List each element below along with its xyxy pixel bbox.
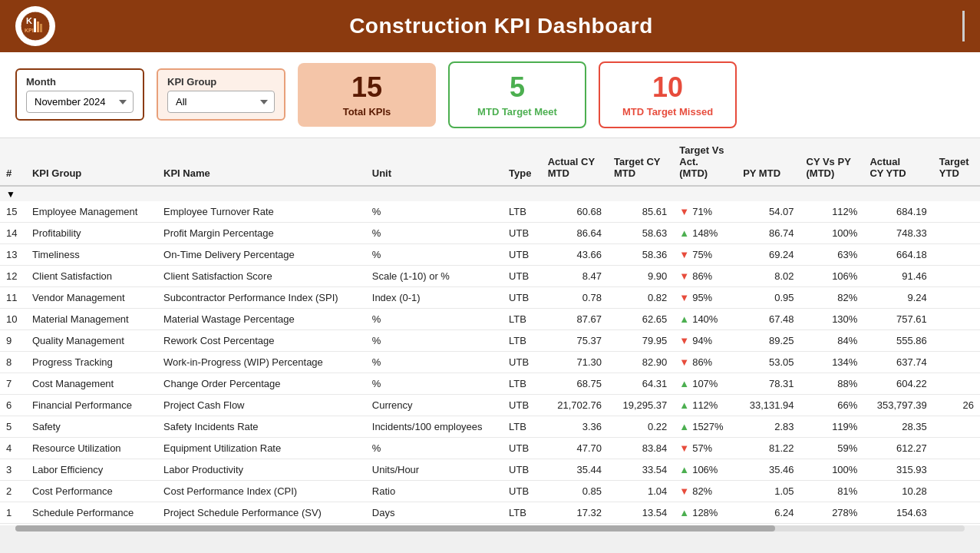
mtd-missed-value: 10 xyxy=(619,72,717,103)
cell-cy-vs-py: 88% xyxy=(800,373,864,394)
cell-type: UTB xyxy=(503,437,542,459)
kpi-group-select[interactable]: All xyxy=(167,91,275,113)
cell-cy-vs-py: 119% xyxy=(800,416,864,437)
cell-kpi-group: Resource Utilization xyxy=(26,437,157,459)
cell-actual-cy-mtd: 86.64 xyxy=(542,222,608,243)
cell-type: LTB xyxy=(503,373,542,394)
cell-kpi-name: Project Cash Flow xyxy=(157,394,366,416)
cell-unit: % xyxy=(366,243,503,265)
table-row: 13 Timeliness On-Time Delivery Percentag… xyxy=(0,243,980,265)
cell-actual-cy-ytd: 353,797.39 xyxy=(863,394,932,416)
cell-kpi-name: Work-in-Progress (WIP) Percentage xyxy=(157,351,366,373)
month-filter-group: Month November 2024 xyxy=(15,68,144,121)
cell-unit: Days xyxy=(366,502,503,523)
cell-target-ytd xyxy=(933,502,980,523)
cell-py-mtd: 67.48 xyxy=(737,308,800,329)
sort-indicator[interactable]: ▼ xyxy=(6,189,15,200)
cell-actual-cy-mtd: 60.68 xyxy=(542,201,608,223)
cell-target-cy-mtd: 62.65 xyxy=(608,308,673,329)
col-unit: Unit xyxy=(366,138,503,186)
table-row: 12 Client Satisfaction Client Satisfacti… xyxy=(0,265,980,286)
cell-actual-cy-mtd: 17.32 xyxy=(542,502,608,523)
cell-target-cy-mtd: 58.36 xyxy=(608,243,673,265)
cell-kpi-name: Profit Margin Percentage xyxy=(157,222,366,243)
cell-target-ytd xyxy=(933,286,980,308)
trend-down-icon: ▼ xyxy=(679,485,689,497)
cell-actual-cy-ytd: 28.35 xyxy=(863,416,932,437)
cell-type: LTB xyxy=(503,502,542,523)
vs-pct-value: 106% xyxy=(692,464,718,475)
vs-pct-value: 57% xyxy=(692,442,712,454)
cell-target-ytd xyxy=(933,459,980,480)
cell-kpi-name: Subcontractor Performance Index (SPI) xyxy=(157,286,366,308)
cell-target-ytd xyxy=(933,416,980,437)
cell-py-mtd: 1.05 xyxy=(737,480,800,502)
horizontal-scrollbar[interactable] xyxy=(0,525,980,535)
cell-actual-cy-ytd: 154.63 xyxy=(863,502,932,523)
cell-vs-act: ▲ 1527% xyxy=(673,416,737,437)
cell-target-cy-mtd: 83.84 xyxy=(608,437,673,459)
cell-vs-act: ▼ 75% xyxy=(673,243,737,265)
cell-actual-cy-ytd: 748.33 xyxy=(863,222,932,243)
svg-text:K: K xyxy=(26,16,32,25)
cell-vs-act: ▼ 94% xyxy=(673,329,737,351)
table-row: 6 Financial Performance Project Cash Flo… xyxy=(0,394,980,416)
cell-kpi-group: Labor Efficiency xyxy=(26,459,157,480)
cell-actual-cy-ytd: 9.24 xyxy=(863,286,932,308)
cell-type: UTB xyxy=(503,265,542,286)
trend-up-icon: ▲ xyxy=(679,399,689,411)
cell-kpi-group: Client Satisfaction xyxy=(26,265,157,286)
cell-kpi-group: Material Management xyxy=(26,308,157,329)
cell-target-cy-mtd: 9.90 xyxy=(608,265,673,286)
page-title: Construction KPI Dashboard xyxy=(55,14,947,38)
cell-target-ytd xyxy=(933,329,980,351)
kpi-group-label: KPI Group xyxy=(167,76,275,88)
cell-target-ytd xyxy=(933,437,980,459)
table-row: 10 Material Management Material Wastage … xyxy=(0,308,980,329)
cell-cy-vs-py: 82% xyxy=(800,286,864,308)
col-num: # xyxy=(0,138,26,186)
cell-unit: % xyxy=(366,329,503,351)
cell-kpi-name: Rework Cost Percentage xyxy=(157,329,366,351)
cell-unit: Index (0-1) xyxy=(366,286,503,308)
cell-vs-act: ▲ 112% xyxy=(673,394,737,416)
cell-type: UTB xyxy=(503,286,542,308)
cell-target-cy-mtd: 13.54 xyxy=(608,502,673,523)
trend-up-icon: ▲ xyxy=(679,507,689,518)
cell-actual-cy-ytd: 612.27 xyxy=(863,437,932,459)
cell-actual-cy-ytd: 637.74 xyxy=(863,351,932,373)
cell-actual-cy-mtd: 0.85 xyxy=(542,480,608,502)
total-kpis-label: Total KPIs xyxy=(316,106,417,118)
col-kpi-name: KPI Name xyxy=(157,138,366,186)
vs-pct-value: 75% xyxy=(692,249,712,260)
cell-unit: % xyxy=(366,437,503,459)
cell-unit: Incidents/100 employees xyxy=(366,416,503,437)
table-row: 1 Schedule Performance Project Schedule … xyxy=(0,502,980,523)
month-select[interactable]: November 2024 xyxy=(26,91,134,113)
cell-vs-act: ▼ 95% xyxy=(673,286,737,308)
cell-py-mtd: 81.22 xyxy=(737,437,800,459)
cell-type: UTB xyxy=(503,394,542,416)
cell-type: LTB xyxy=(503,416,542,437)
cell-kpi-group: Vendor Management xyxy=(26,286,157,308)
cell-cy-vs-py: 66% xyxy=(800,394,864,416)
cell-kpi-group: Profitability xyxy=(26,222,157,243)
vs-pct-value: 94% xyxy=(692,335,712,346)
cell-target-cy-mtd: 79.95 xyxy=(608,329,673,351)
svg-rect-4 xyxy=(40,24,42,32)
trend-down-icon: ▼ xyxy=(679,249,689,260)
cell-actual-cy-mtd: 47.70 xyxy=(542,437,608,459)
cell-num: 1 xyxy=(0,502,26,523)
cell-cy-vs-py: 84% xyxy=(800,329,864,351)
cell-num: 14 xyxy=(0,222,26,243)
cell-num: 5 xyxy=(0,416,26,437)
mtd-meet-card: 5 MTD Target Meet xyxy=(448,61,586,128)
cell-cy-vs-py: 112% xyxy=(800,201,864,223)
mtd-missed-label: MTD Target Missed xyxy=(619,106,717,118)
cell-kpi-name: Labor Productivity xyxy=(157,459,366,480)
vs-pct-value: 86% xyxy=(692,356,712,368)
trend-up-icon: ▲ xyxy=(679,421,689,432)
table-row: 15 Employee Management Employee Turnover… xyxy=(0,201,980,223)
cell-type: LTB xyxy=(503,201,542,223)
cell-vs-act: ▼ 82% xyxy=(673,480,737,502)
